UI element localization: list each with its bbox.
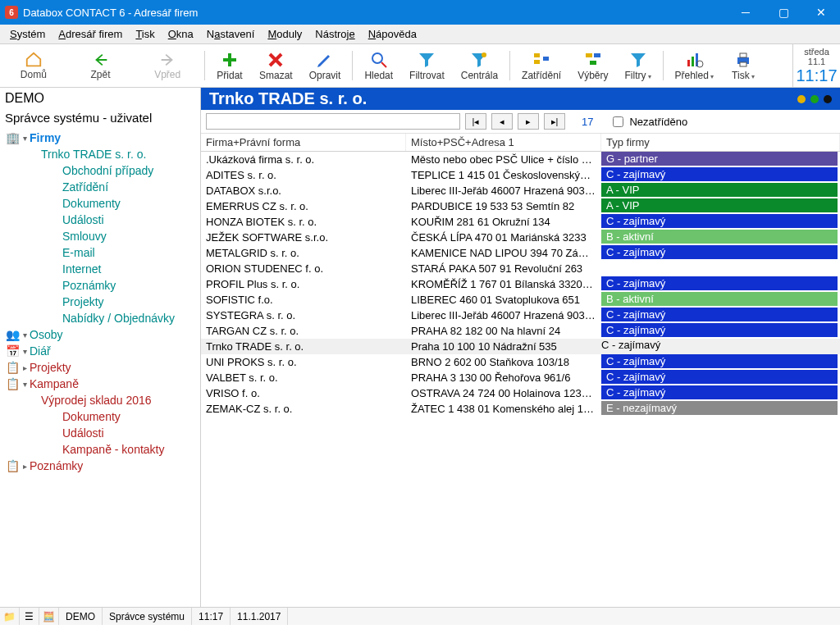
last-record-button[interactable]: ▸| <box>544 113 565 130</box>
menu-adresar[interactable]: Adresář firem <box>52 26 129 42</box>
menu-okna[interactable]: Okna <box>162 26 200 42</box>
menu-nastaveni[interactable]: Nastavení <box>200 26 262 42</box>
svg-rect-4 <box>543 57 549 61</box>
tb-overview[interactable]: Přehled▾ <box>667 48 722 83</box>
table-row[interactable]: EMERRUS CZ s. r. o.PARDUBICE 19 533 53 S… <box>201 198 840 214</box>
grid-header: Firma+Právní forma Místo+PSČ+Adresa 1 Ty… <box>201 134 840 152</box>
col-type[interactable]: Typ firmy <box>601 134 840 151</box>
tb-central[interactable]: Centrála <box>453 48 506 83</box>
svg-rect-13 <box>740 53 746 57</box>
tree-child[interactable]: Projekty <box>2 294 199 310</box>
tree-child[interactable]: Internet <box>2 261 199 277</box>
menu-nastroje[interactable]: Nástroje <box>308 26 361 42</box>
plus-icon <box>219 50 240 70</box>
svg-rect-8 <box>687 60 690 66</box>
close-button[interactable]: ✕ <box>802 0 840 25</box>
tb-edit[interactable]: Opravit <box>301 48 349 83</box>
maximize-button[interactable]: ▢ <box>765 0 802 25</box>
table-row[interactable]: ZEMAK-CZ s. r. o.ŽATEC 1 438 01 Komenské… <box>201 401 840 417</box>
table-row[interactable]: SOFISTIC f.o.LIBEREC 460 01 Svatoplukova… <box>201 292 840 308</box>
tb-print[interactable]: Tisk▾ <box>722 48 765 83</box>
tree-child[interactable]: Kampaně - kontakty <box>2 441 199 458</box>
tb-classify[interactable]: Zatřídění <box>514 48 569 83</box>
tree-poznamky[interactable]: 📋 ▸ Poznámky <box>2 458 199 474</box>
window-title: Databox CONTACT 6 - Adresář firem <box>23 7 198 19</box>
nav-back[interactable]: Zpět <box>67 48 135 84</box>
table-row[interactable]: JEŽEK SOFTWARE s.r.o.ČESKÁ LÍPA 470 01 M… <box>201 230 840 245</box>
tree-child[interactable]: E-mail <box>2 244 199 261</box>
tb-find[interactable]: Hledat <box>356 48 401 83</box>
tree-child[interactable]: Dokumenty <box>2 195 199 212</box>
tree-kampane[interactable]: 📋 ▾ Kampaně <box>2 376 199 392</box>
table-row[interactable]: HONZA BIOTEK s. r. o.KOUŘIM 281 61 Okruž… <box>201 214 840 230</box>
nav-home[interactable]: Domů <box>0 48 67 84</box>
unsorted-checkbox[interactable]: Nezatříděno <box>609 114 687 130</box>
menu-moduly[interactable]: Moduly <box>261 26 308 42</box>
col-address[interactable]: Místo+PSČ+Adresa 1 <box>406 134 601 151</box>
unsorted-checkbox-input[interactable] <box>613 116 623 127</box>
tb-delete[interactable]: Smazat <box>251 48 301 83</box>
table-row[interactable]: Trnko TRADE s. r. o.Praha 10 100 10 Nádr… <box>201 339 840 354</box>
tree-child[interactable]: Dokumenty <box>2 408 199 425</box>
nav-tree: 🏢 ▾ Firmy Trnko TRADE s. r. o. Obchodní … <box>0 130 200 476</box>
caret-down-icon: ▾ <box>20 134 30 143</box>
minimize-button[interactable]: ─ <box>727 0 765 25</box>
col-company[interactable]: Firma+Právní forma <box>201 134 406 151</box>
status-user: Správce systému <box>103 608 192 625</box>
tb-select[interactable]: Výběry <box>569 48 616 83</box>
funnel-star-icon <box>468 50 490 70</box>
tree-osoby[interactable]: 👥 ▾ Osoby <box>2 326 199 343</box>
table-row[interactable]: DATABOX s.r.o.Liberec III-Jeřáb 46007 Hr… <box>201 183 840 198</box>
status-list-icon[interactable]: ☰ <box>20 608 39 625</box>
status-calc-icon[interactable]: 🧮 <box>39 608 59 625</box>
menu-system[interactable]: Systém <box>3 26 52 42</box>
toolbar: Domů Zpět Vpřed Přidat Smazat Opravit Hl… <box>0 44 840 88</box>
menu-napoveda[interactable]: Nápověda <box>362 26 423 42</box>
tree-child[interactable]: Nabídky / Objednávky <box>2 310 199 326</box>
sidebar-user: Správce systému - uživatel <box>0 109 200 130</box>
table-row[interactable]: ADITES s. r. o.TEPLICE 1 415 01 Českoslo… <box>201 167 840 183</box>
tree-child[interactable]: Zatřídění <box>2 179 199 195</box>
table-row[interactable]: SYSTEGRA s. r. o.Liberec III-Jeřáb 46007… <box>201 308 840 323</box>
tree-child[interactable]: Smlouvy <box>2 228 199 244</box>
nav-forward[interactable]: Vpřed <box>134 48 201 84</box>
table-row[interactable]: VRISO f. o.OSTRAVA 24 724 00 Holainova 1… <box>201 385 840 401</box>
table-row[interactable]: .Ukázková firma s. r. o.Město nebo obec … <box>201 152 840 167</box>
tree-projekty[interactable]: 📋 ▸ Projekty <box>2 359 199 376</box>
next-record-button[interactable]: ▸ <box>518 113 539 130</box>
clipboard-icon: 📋 <box>5 361 20 374</box>
sidebar: DEMO Správce systému - uživatel 🏢 ▾ Firm… <box>0 88 201 607</box>
tree-company[interactable]: Trnko TRADE s. r. o. <box>2 146 199 162</box>
select-icon <box>582 50 604 70</box>
tree-child[interactable]: Události <box>2 212 199 228</box>
tree-child[interactable]: Poznámky <box>2 277 199 294</box>
tb-add[interactable]: Přidat <box>208 48 251 83</box>
grid-body[interactable]: .Ukázková firma s. r. o.Město nebo obec … <box>201 152 840 607</box>
table-row[interactable]: TARGAN CZ s. r. o.PRAHA 82 182 00 Na hla… <box>201 323 840 339</box>
tree-child[interactable]: Události <box>2 425 199 441</box>
prev-record-button[interactable]: ◂ <box>491 113 513 130</box>
tree-kampan-item[interactable]: Výprodej skladu 2016 <box>2 392 199 408</box>
tree-firmy[interactable]: 🏢 ▾ Firmy <box>2 130 199 146</box>
clipboard-icon: 📋 <box>5 459 20 472</box>
home-icon <box>22 51 45 69</box>
status-folder-icon[interactable]: 📁 <box>0 608 20 625</box>
svg-rect-3 <box>534 60 540 64</box>
table-row[interactable]: ORION STUDENEC f. o.STARÁ PAKA 507 91 Re… <box>201 261 840 276</box>
quick-search-input[interactable] <box>206 113 460 130</box>
tb-filter[interactable]: Filtrovat <box>401 48 453 83</box>
tree-child[interactable]: Obchodní případy <box>2 162 199 179</box>
tb-filters[interactable]: Filtry▾ <box>617 48 660 83</box>
table-row[interactable]: VALBET s. r. o.PRAHA 3 130 00 Řehořova 9… <box>201 370 840 385</box>
tree-diar[interactable]: 📅 ▾ Diář <box>2 343 199 359</box>
menu-tisk[interactable]: Tisk <box>129 26 161 42</box>
svg-rect-14 <box>740 62 746 66</box>
table-row[interactable]: UNI PROKS s. r. o.BRNO 2 602 00 Staňkova… <box>201 354 840 370</box>
people-icon: 👥 <box>5 328 20 341</box>
table-row[interactable]: PROFIL Plus s. r. o.KROMĚŘÍŽ 1 767 01 Bí… <box>201 276 840 292</box>
statusbar: 📁 ☰ 🧮 DEMO Správce systému 11:17 11.1.20… <box>0 607 840 625</box>
table-row[interactable]: METALGRID s. r. o.KAMENICE NAD LIPOU 394… <box>201 245 840 261</box>
caret-down-icon: ▾ <box>20 380 30 389</box>
first-record-button[interactable]: |◂ <box>465 113 486 130</box>
back-icon <box>89 51 112 69</box>
